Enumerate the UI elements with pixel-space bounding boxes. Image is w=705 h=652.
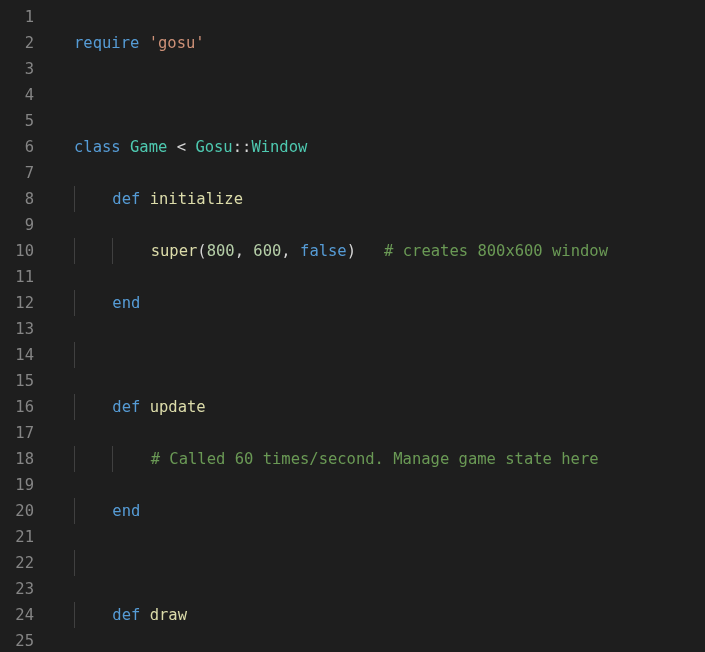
line-number: 3 (0, 56, 34, 82)
line-number: 9 (0, 212, 34, 238)
code-line[interactable]: end (74, 498, 705, 524)
method-call: super (151, 242, 198, 260)
code-line[interactable]: def initialize (74, 186, 705, 212)
class-name: Game (130, 138, 167, 156)
keyword-class: class (74, 138, 121, 156)
line-number: 14 (0, 342, 34, 368)
code-line[interactable]: def draw (74, 602, 705, 628)
method-name: update (150, 398, 206, 416)
line-number: 17 (0, 420, 34, 446)
line-number: 13 (0, 316, 34, 342)
line-number: 20 (0, 498, 34, 524)
keyword-def: def (112, 190, 140, 208)
keyword-end: end (112, 294, 140, 312)
line-number: 4 (0, 82, 34, 108)
comment: # creates 800x600 window (384, 242, 608, 260)
line-number: 2 (0, 30, 34, 56)
code-editor[interactable]: 1 2 3 4 5 6 7 8 9 10 11 12 13 14 15 16 1… (0, 0, 705, 652)
code-line[interactable]: super(800, 600, false) # creates 800x600… (74, 238, 705, 264)
keyword-require: require (74, 34, 139, 52)
keyword-def: def (112, 398, 140, 416)
line-number: 23 (0, 576, 34, 602)
method-name: initialize (150, 190, 243, 208)
code-line[interactable] (74, 550, 705, 576)
code-line[interactable]: def update (74, 394, 705, 420)
method-name: draw (150, 606, 187, 624)
class-name: Gosu (195, 138, 232, 156)
keyword-def: def (112, 606, 140, 624)
code-line[interactable]: class Game < Gosu::Window (74, 134, 705, 160)
keyword-end: end (112, 502, 140, 520)
boolean-literal: false (300, 242, 347, 260)
line-number-gutter: 1 2 3 4 5 6 7 8 9 10 11 12 13 14 15 16 1… (0, 0, 52, 652)
string-literal: 'gosu' (149, 34, 205, 52)
code-line[interactable] (74, 82, 705, 108)
code-line[interactable]: # Called 60 times/second. Manage game st… (74, 446, 705, 472)
line-number: 6 (0, 134, 34, 160)
line-number: 5 (0, 108, 34, 134)
line-number: 22 (0, 550, 34, 576)
line-number: 18 (0, 446, 34, 472)
line-number: 7 (0, 160, 34, 186)
line-number: 25 (0, 628, 34, 652)
line-number: 24 (0, 602, 34, 628)
line-number: 8 (0, 186, 34, 212)
line-number: 11 (0, 264, 34, 290)
number-literal: 800 (207, 242, 235, 260)
class-name: Window (251, 138, 307, 156)
line-number: 1 (0, 4, 34, 30)
line-number: 16 (0, 394, 34, 420)
line-number: 19 (0, 472, 34, 498)
line-number: 10 (0, 238, 34, 264)
code-content[interactable]: require 'gosu' class Game < Gosu::Window… (52, 0, 705, 652)
number-literal: 600 (253, 242, 281, 260)
code-line[interactable] (74, 342, 705, 368)
code-line[interactable]: end (74, 290, 705, 316)
comment: # Called 60 times/second. Manage game st… (151, 450, 599, 468)
line-number: 15 (0, 368, 34, 394)
code-line[interactable]: require 'gosu' (74, 30, 705, 56)
line-number: 21 (0, 524, 34, 550)
line-number: 12 (0, 290, 34, 316)
